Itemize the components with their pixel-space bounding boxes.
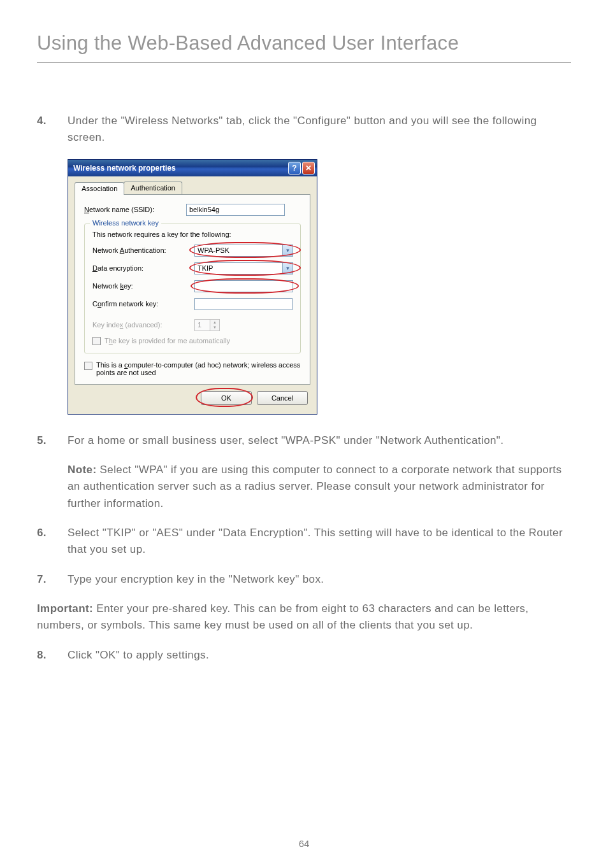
- help-icon[interactable]: ?: [288, 162, 301, 174]
- note-label: Note:: [68, 464, 96, 476]
- key-index-label: Key index (advanced):: [92, 321, 188, 329]
- step-8-text: Click "OK" to apply settings.: [68, 647, 571, 664]
- step-7: 7. Type your encryption key in the "Netw…: [37, 571, 571, 588]
- auth-value: WPA-PSK: [198, 246, 229, 254]
- key-index-value: 1: [195, 320, 210, 331]
- step-8-number: 8.: [37, 647, 50, 664]
- ssid-input[interactable]: [186, 204, 285, 216]
- spinner-arrows-icon: ▲ ▼: [210, 320, 219, 331]
- tab-authentication[interactable]: Authentication: [124, 181, 182, 194]
- auto-key-row: The key is provided for me automatically: [92, 337, 293, 345]
- ok-button[interactable]: OK: [201, 391, 252, 405]
- confirm-key-label: Confirm network key:: [92, 300, 188, 308]
- dialog-buttons: OK Cancel: [75, 385, 310, 408]
- important-label: Important:: [37, 602, 93, 615]
- title-rule: [37, 62, 571, 63]
- tab-content: Network name (SSID): Wireless network ke…: [75, 195, 310, 385]
- confirm-key-input[interactable]: [194, 298, 293, 310]
- auto-key-checkbox: [92, 337, 101, 345]
- step-8: 8. Click "OK" to apply settings.: [37, 647, 571, 664]
- encryption-label: Data encryption:: [92, 264, 188, 272]
- spin-up-icon: ▲: [210, 320, 219, 325]
- chevron-down-icon: ▼: [282, 263, 293, 274]
- step-4-number: 4.: [37, 113, 50, 146]
- wnk-legend: Wireless network key: [90, 219, 161, 227]
- ssid-label: Network name (SSID):: [84, 206, 180, 213]
- step-7-text: Type your encryption key in the "Network…: [68, 571, 571, 588]
- important-text: Enter your pre-shared key. This can be f…: [37, 602, 528, 631]
- step-5-text: For a home or small business user, selec…: [68, 432, 571, 449]
- step-5-number: 5.: [37, 432, 50, 512]
- step-5: 5. For a home or small business user, se…: [37, 432, 571, 512]
- requires-text: This network requires a key for the foll…: [92, 231, 293, 238]
- network-key-label: Network key:: [92, 282, 188, 290]
- step-4-text: Under the "Wireless Networks" tab, click…: [68, 113, 571, 146]
- data-encryption-select[interactable]: TKIP ▼: [194, 262, 293, 274]
- network-authentication-select[interactable]: WPA-PSK ▼: [194, 245, 293, 257]
- key-index-spinner: 1 ▲ ▼: [194, 319, 220, 331]
- dialog-screenshot: Wireless network properties ? ✕ Associat…: [68, 159, 571, 415]
- chevron-down-icon: ▼: [282, 245, 293, 256]
- encryption-value: TKIP: [198, 264, 213, 272]
- adhoc-row: This is a computer-to-computer (ad hoc) …: [84, 361, 301, 376]
- auth-label: Network Authentication:: [92, 246, 188, 254]
- step-6: 6. Select "TKIP" or "AES" under "Data En…: [37, 525, 571, 559]
- step-6-text: Select "TKIP" or "AES" under "Data Encry…: [68, 525, 571, 559]
- tab-association[interactable]: Association: [75, 182, 124, 195]
- important-block: Important: Enter your pre-shared key. Th…: [37, 601, 571, 634]
- step-5-note: Note: Select "WPA" if you are using this…: [68, 462, 571, 512]
- spin-down-icon: ▼: [210, 325, 219, 330]
- ssid-label-text: etwork name (SSID):: [89, 206, 154, 213]
- step-4: 4. Under the "Wireless Networks" tab, cl…: [37, 113, 571, 146]
- titlebar: Wireless network properties ? ✕: [68, 160, 317, 176]
- tabs: Association Authentication: [75, 181, 310, 195]
- page-title: Using the Web-Based Advanced User Interf…: [37, 32, 571, 55]
- page-number: 64: [0, 838, 608, 849]
- network-key-input[interactable]: [194, 280, 293, 292]
- step-7-number: 7.: [37, 571, 50, 588]
- close-icon[interactable]: ✕: [302, 162, 315, 174]
- adhoc-checkbox[interactable]: [84, 362, 92, 370]
- adhoc-label: This is a computer-to-computer (ad hoc) …: [96, 361, 301, 376]
- auto-key-label: The key is provided for me automatically: [105, 337, 230, 345]
- step-6-number: 6.: [37, 525, 50, 559]
- titlebar-text: Wireless network properties: [73, 164, 287, 173]
- note-text: Select "WPA" if you are using this compu…: [68, 464, 561, 509]
- wireless-network-key-fieldset: Wireless network key This network requir…: [84, 224, 301, 353]
- cancel-button[interactable]: Cancel: [257, 391, 308, 405]
- wireless-properties-dialog: Wireless network properties ? ✕ Associat…: [68, 159, 317, 415]
